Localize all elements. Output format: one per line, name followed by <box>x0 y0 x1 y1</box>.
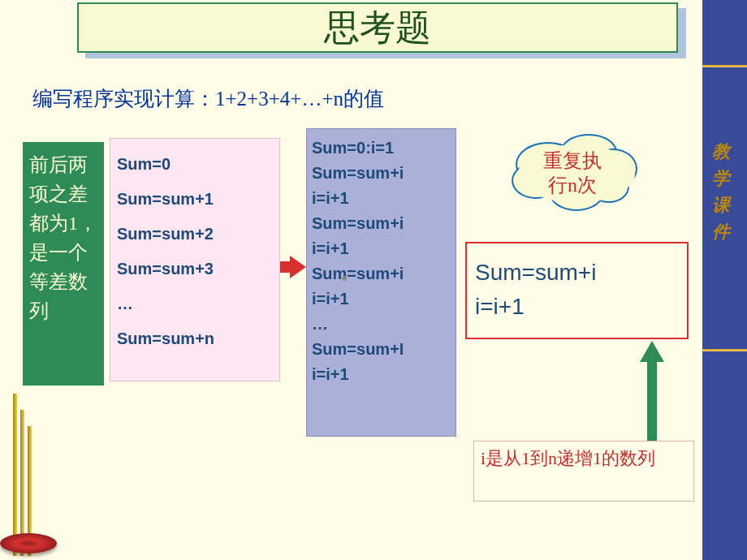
decorative-disc <box>0 533 57 554</box>
code-line: Sum=sum+I <box>312 337 451 362</box>
code-line: Sum=sum+1 <box>117 182 273 217</box>
right-sidebar: 教学课件 <box>702 0 747 560</box>
cloud-callout: 重复执 行n次 <box>491 134 654 215</box>
code-line: Sum=sum+i <box>312 161 451 186</box>
cloud-text: 重复执 行n次 <box>491 149 654 197</box>
title-bar: 思考题 <box>77 2 678 53</box>
code-line: Sum=0 <box>117 147 273 182</box>
green-note-box: 前后两项之差都为1，是一个等差数列 <box>23 142 104 386</box>
code-line: Sum=sum+i <box>312 261 451 286</box>
code-line: Sum=sum+i <box>312 211 451 236</box>
code-line: Sum=sum+2 <box>117 217 273 252</box>
decorative-bars <box>13 394 37 556</box>
green-up-arrow-icon <box>640 341 664 442</box>
code-line: i=i+1 <box>312 362 451 387</box>
code-line: … <box>117 286 273 321</box>
sidebar-label: 教学课件 <box>712 138 736 245</box>
code-line: i=i+1 <box>312 236 451 261</box>
code-line: Sum=sum+n <box>117 321 273 356</box>
code-line: Sum=sum+i <box>475 256 679 290</box>
slide-subtitle: 编写程序实现计算：1+2+3+4+…+n的值 <box>32 85 384 112</box>
code-line: Sum=sum+3 <box>117 252 273 286</box>
red-outline-box: Sum=sum+i i=i+1 <box>465 242 689 339</box>
slide-title: 思考题 <box>324 4 431 52</box>
bottom-note-box: i是从1到n递增1的数列 <box>473 441 694 502</box>
code-line: i=i+1 <box>312 286 451 312</box>
sidebar-divider-bottom <box>702 349 747 351</box>
code-line: Sum=0:i=1 <box>312 136 451 161</box>
pink-code-box: Sum=0 Sum=sum+1 Sum=sum+2 Sum=sum+3 … Su… <box>110 138 280 381</box>
code-line: … <box>312 312 451 337</box>
code-line: i=i+1 <box>475 290 679 324</box>
code-line: i=i+1 <box>312 186 451 211</box>
sidebar-divider-top <box>702 65 747 67</box>
blue-code-box: Sum=0:i=1 Sum=sum+i i=i+1 Sum=sum+i i=i+… <box>306 128 456 437</box>
dot-icon <box>342 276 347 281</box>
